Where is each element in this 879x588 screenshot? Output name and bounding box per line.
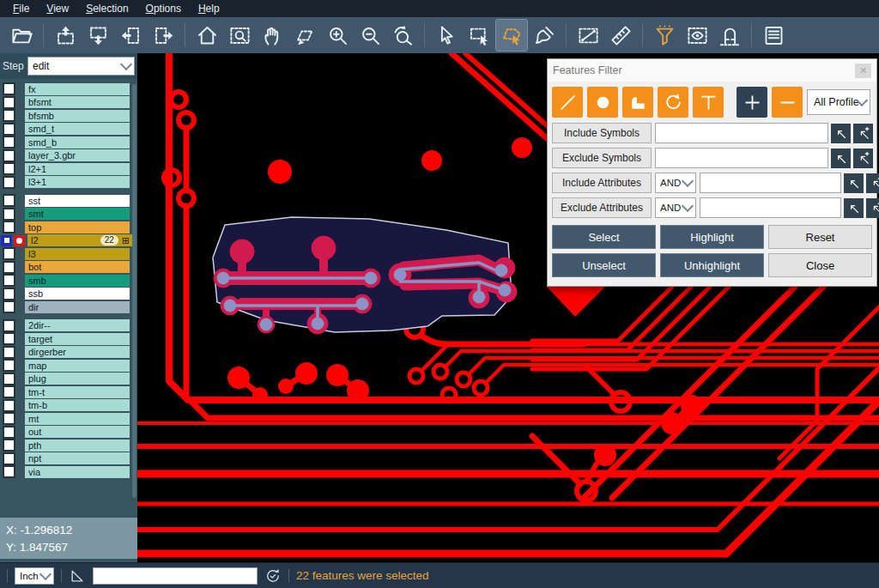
profile-select[interactable]: All Profile xyxy=(807,89,870,115)
include-attributes-pick-icon[interactable] xyxy=(844,173,864,193)
layer-name-cell[interactable]: l222⊞ xyxy=(27,234,132,246)
layer-name-cell[interactable]: 2dir-- xyxy=(25,319,130,331)
include-symbols-button[interactable]: Include Symbols xyxy=(552,123,652,143)
layer-checkbox[interactable] xyxy=(3,439,15,452)
layer-checkbox[interactable] xyxy=(3,288,15,300)
pan-up-icon[interactable] xyxy=(50,20,81,51)
layer-checkbox[interactable] xyxy=(3,221,15,233)
filter-surfaces-icon[interactable] xyxy=(622,87,653,118)
menu-item-options[interactable]: Options xyxy=(138,1,189,16)
layer-checkbox[interactable] xyxy=(3,319,15,332)
layer-checkbox[interactable] xyxy=(3,96,15,109)
layer-checkbox[interactable] xyxy=(3,194,15,207)
layer-name-cell[interactable]: tm-t xyxy=(25,386,130,398)
layer-name-cell[interactable]: via xyxy=(25,466,130,478)
layer-checkbox[interactable] xyxy=(3,412,15,425)
layer-checkbox[interactable] xyxy=(3,274,15,287)
layer-checkbox[interactable] xyxy=(3,373,15,385)
include-symbols-pick-add-icon[interactable] xyxy=(853,124,873,143)
layer-checkbox[interactable] xyxy=(3,149,15,162)
zoom-in-icon[interactable] xyxy=(322,20,353,51)
exclude-attributes-input[interactable] xyxy=(700,197,841,218)
filter-text-icon[interactable] xyxy=(693,87,724,118)
layer-name-cell[interactable]: tm-b xyxy=(25,399,130,411)
step-select[interactable]: edit xyxy=(27,57,135,76)
menu-item-help[interactable]: Help xyxy=(191,1,227,16)
layer-checkbox[interactable] xyxy=(3,385,15,398)
layer-name-cell[interactable]: mt xyxy=(25,413,130,425)
layer-name-cell[interactable]: bfsmt xyxy=(25,96,130,108)
zoom-out-icon[interactable] xyxy=(355,20,385,51)
ruler-icon[interactable] xyxy=(605,20,636,51)
layer-name-cell[interactable]: smb xyxy=(25,275,130,287)
layer-checkbox[interactable] xyxy=(3,359,15,372)
filter-arcs-icon[interactable] xyxy=(658,87,688,118)
unselect-button[interactable]: Unselect xyxy=(552,253,656,277)
layer-checkbox[interactable] xyxy=(3,162,15,175)
include-symbols-pick-icon[interactable] xyxy=(831,124,851,143)
clear-brush-icon[interactable] xyxy=(529,20,560,51)
include-symbols-input[interactable] xyxy=(655,123,828,143)
zoom-previous-icon[interactable] xyxy=(387,20,418,51)
layer-checkbox[interactable] xyxy=(3,346,15,359)
layer-name-cell[interactable]: top xyxy=(25,221,130,233)
angle-mode-icon[interactable] xyxy=(69,567,86,585)
layer-checkbox[interactable] xyxy=(3,426,15,439)
feature-report-icon[interactable] xyxy=(758,20,789,51)
menu-item-view[interactable]: View xyxy=(39,1,76,16)
layer-name-cell[interactable]: smd_t xyxy=(25,123,130,135)
pan-hand-icon[interactable] xyxy=(257,20,288,51)
show-features-icon[interactable] xyxy=(682,20,712,51)
pan-down-icon[interactable] xyxy=(82,20,113,51)
open-file-icon[interactable] xyxy=(6,20,37,51)
features-filter-icon[interactable] xyxy=(649,20,680,51)
close-button[interactable]: Close xyxy=(768,253,872,277)
exclude-symbols-input[interactable] xyxy=(655,148,828,168)
exclude-symbols-pick-icon[interactable] xyxy=(831,149,851,168)
filter-add-icon[interactable] xyxy=(737,87,767,118)
layer-name-cell[interactable]: dir xyxy=(25,301,130,313)
select-pointer-icon[interactable] xyxy=(431,20,462,51)
layer-name-cell[interactable]: target xyxy=(25,333,130,345)
zoom-area-icon[interactable] xyxy=(224,20,255,51)
exclude-attributes-pick-icon[interactable] xyxy=(844,198,864,218)
select-button[interactable]: Select xyxy=(552,225,656,249)
include-attributes-operator-select[interactable]: AND xyxy=(655,173,696,193)
layer-name-cell[interactable]: l3+1 xyxy=(25,176,130,188)
layer-name-cell[interactable]: plug xyxy=(25,373,130,385)
layer-name-cell[interactable]: ssb xyxy=(25,288,130,300)
snap-icon[interactable] xyxy=(714,20,745,51)
layer-checkbox[interactable] xyxy=(3,261,15,274)
layer-checkbox[interactable] xyxy=(3,123,15,136)
layer-name-cell[interactable]: fx xyxy=(25,83,130,95)
unit-select[interactable]: Inch xyxy=(15,567,54,585)
select-polygon-icon[interactable] xyxy=(496,20,527,51)
layer-checkbox[interactable] xyxy=(3,176,15,189)
layer-checkbox[interactable] xyxy=(3,208,15,221)
reset-button[interactable]: Reset xyxy=(768,225,872,249)
include-attributes-button[interactable]: Include Attributes xyxy=(552,173,652,193)
zoom-window-icon[interactable] xyxy=(289,20,320,51)
layer-name-cell[interactable]: map xyxy=(25,360,130,372)
layer-active-checkbox[interactable] xyxy=(1,235,12,246)
layer-name-cell[interactable]: sst xyxy=(25,195,130,207)
pan-left-icon[interactable] xyxy=(115,20,146,51)
layer-name-cell[interactable]: smt xyxy=(25,208,130,220)
layer-name-cell[interactable]: bfsmb xyxy=(25,110,130,122)
exclude-symbols-pick-add-icon[interactable] xyxy=(853,149,873,168)
exclude-attributes-operator-select[interactable]: AND xyxy=(655,197,696,218)
layer-name-cell[interactable]: l2+1 xyxy=(25,163,130,175)
exclude-attributes-pick-add-icon[interactable] xyxy=(866,198,879,218)
close-icon[interactable]: ✕ xyxy=(855,64,871,78)
pan-right-icon[interactable] xyxy=(148,20,179,51)
measure-distance-icon[interactable] xyxy=(573,20,603,51)
layer-name-cell[interactable]: smd_b xyxy=(25,136,130,149)
layer-name-cell[interactable]: out xyxy=(25,426,130,438)
layer-checkbox[interactable] xyxy=(3,109,15,122)
filter-pads-icon[interactable] xyxy=(587,87,618,118)
menu-item-file[interactable]: File xyxy=(5,1,37,16)
layer-scrollbar[interactable] xyxy=(132,84,136,498)
layer-name-cell[interactable]: npt xyxy=(25,452,130,464)
exclude-attributes-button[interactable]: Exclude Attributes xyxy=(552,197,652,218)
menu-item-selection[interactable]: Selection xyxy=(78,1,136,16)
